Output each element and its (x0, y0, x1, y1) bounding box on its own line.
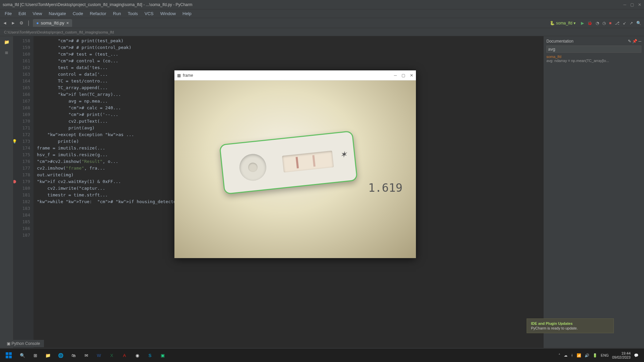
taskbar-excel[interactable]: X (106, 350, 117, 361)
taskbar-pycharm[interactable]: ▣ (157, 350, 168, 361)
tab-label: soma_lfd.py (41, 20, 64, 25)
run-icon[interactable]: ▶ (581, 21, 584, 25)
window-title: soma_lfd [C:\Users\TomMyers\Desktop\proj… (3, 2, 623, 7)
taskbar-acrobat[interactable]: A (119, 350, 130, 361)
taskbar-search[interactable]: 🔍 (17, 350, 28, 361)
menu-window[interactable]: Window (158, 10, 178, 17)
structure-tool-icon[interactable]: ≣ (5, 50, 8, 55)
menu-tools[interactable]: Tools (125, 10, 141, 17)
taskbar-store[interactable]: 🛍 (68, 350, 79, 361)
sample-well (238, 153, 268, 182)
pin-icon[interactable]: 📌 (632, 39, 637, 44)
menu-refactor[interactable]: Refactor (87, 10, 109, 17)
title-bar: soma_lfd [C:\Users\TomMyers\Desktop\proj… (0, 0, 644, 9)
gear-icon[interactable]: ⚙ (19, 20, 23, 25)
notification-center-icon[interactable]: 💬 (634, 353, 639, 358)
stop-icon[interactable]: ■ (609, 21, 611, 25)
cv-minimration-icon[interactable]: ─ (394, 73, 397, 78)
maximize-icon[interactable]: ▢ (630, 2, 634, 7)
language-indicator[interactable]: ENG (601, 353, 609, 357)
menu-navigate[interactable]: Navigate (46, 10, 68, 17)
menu-vcs[interactable]: VCS (142, 10, 156, 17)
left-tool-strip: 📁 ≣ (0, 36, 13, 348)
wifi-icon[interactable]: 📶 (577, 353, 581, 358)
cv-close-icon[interactable]: ✕ (410, 73, 413, 78)
chevron-up-icon[interactable]: ˄ (558, 353, 560, 358)
toolbar-right: 🐍 soma_lfd ▾ ▶ 🐞 ◔ ◷ ■ ⎇ ↙ ↗ 🔍 (550, 21, 641, 25)
window-controls: ─ ▢ ✕ (623, 2, 641, 7)
coverage-icon[interactable]: ◔ (596, 21, 599, 25)
line-gutter: 1581591601611621631641651661671681691701… (13, 36, 34, 348)
menu-bar: File Edit View Navigate Code Refactor Ru… (0, 9, 644, 18)
windows-icon (6, 352, 12, 358)
hide-icon[interactable]: ─ (638, 39, 641, 44)
divider-icon: │ (28, 20, 30, 25)
bluetooth-icon[interactable]: ᚼ (571, 353, 573, 357)
chevron-down-icon: ▾ (574, 21, 576, 25)
opencv-frame-window[interactable]: ▦ frame ─ ▢ ✕ ✶ 1.619 (174, 70, 416, 258)
menu-help[interactable]: Help (180, 10, 194, 17)
taskbar-clock[interactable]: 19:44 09/02/2023 (612, 351, 631, 359)
git-pull-icon[interactable]: ↙ (623, 21, 626, 25)
lfd-cassette: ✶ (219, 131, 358, 195)
tc-ratio-reading: 1.619 (368, 181, 402, 194)
toolbar: ◄ ► ⚙ │ ● soma_lfd.py × 🐍 soma_lfd ▾ ▶ 🐞… (0, 18, 644, 28)
cassette-logo: ✶ (339, 149, 348, 160)
cv-maximize-icon[interactable]: ▢ (401, 73, 405, 78)
git-push-icon[interactable]: ↗ (630, 21, 633, 25)
menu-edit[interactable]: Edit (16, 10, 29, 17)
taskbar-chrome[interactable]: ◉ (131, 350, 143, 361)
git-icon[interactable]: ⎇ (615, 21, 620, 25)
cv-title-bar[interactable]: ▦ frame ─ ▢ ✕ (174, 70, 416, 80)
edit-icon[interactable]: ✎ (628, 39, 631, 44)
menu-view[interactable]: View (30, 10, 45, 17)
menu-code[interactable]: Code (70, 10, 86, 17)
debug-icon[interactable]: 🐞 (587, 21, 592, 25)
close-icon[interactable]: ✕ (638, 2, 641, 7)
doc-panel-title: Documentation (546, 39, 574, 44)
nav-forward-icon[interactable]: ► (11, 20, 15, 25)
profile-icon[interactable]: ◷ (602, 21, 606, 25)
result-window (282, 150, 334, 172)
onedrive-icon[interactable]: ☁ (564, 353, 568, 358)
project-tool-icon[interactable]: 📁 (4, 40, 9, 45)
breadcrumb: C:\Users\TomMyers\Desktop\project_custom… (0, 28, 644, 36)
taskbar-mail[interactable]: ✉ (80, 350, 92, 361)
nav-back-icon[interactable]: ◄ (3, 20, 7, 25)
menu-run[interactable]: Run (110, 10, 124, 17)
update-notification[interactable]: IDE and Plugin Updates PyCharm is ready … (527, 318, 614, 333)
start-button[interactable] (2, 349, 15, 362)
doc-content: avg: ndarray = np.mean(TC_array[lo... (546, 59, 641, 63)
system-tray[interactable]: ˄ ☁ ᚼ 📶 🔊 🔋 ENG 19:44 09/02/2023 💬 (558, 351, 642, 359)
windows-taskbar[interactable]: 🔍 ⊞ 📁 🌐 🛍 ✉ W X A ◉ S ▣ ˄ ☁ ᚼ 📶 🔊 🔋 ENG … (0, 349, 644, 362)
search-icon[interactable]: 🔍 (636, 21, 641, 25)
test-line (312, 155, 316, 167)
terminal-icon: ▣ (7, 341, 10, 346)
taskbar-skype[interactable]: S (144, 350, 156, 361)
tab-close-icon[interactable]: × (66, 20, 69, 25)
volume-icon[interactable]: 🔊 (585, 353, 589, 358)
control-line (296, 157, 299, 168)
battery-icon[interactable]: 🔋 (593, 353, 597, 358)
toolbar-left-icons: ◄ ► ⚙ │ (3, 20, 30, 25)
app-icon: ▦ (177, 73, 181, 78)
svg-rect-0 (6, 352, 8, 355)
taskbar-explorer[interactable]: 📁 (42, 350, 54, 361)
taskbar-taskview[interactable]: ⊞ (30, 350, 41, 361)
minimize-icon[interactable]: ─ (623, 2, 626, 7)
doc-search-input[interactable] (546, 46, 641, 53)
taskbar-edge[interactable]: 🌐 (55, 350, 66, 361)
run-config-selector[interactable]: 🐍 soma_lfd ▾ (550, 21, 575, 25)
notification-title: IDE and Plugin Updates (531, 321, 609, 325)
python-console-tab[interactable]: ▣ Python Console (3, 340, 44, 347)
documentation-panel: Documentation ✎ 📌 ─ soma_lfd avg: ndarra… (543, 36, 644, 348)
cv-frame-content: ✶ 1.619 (174, 80, 416, 258)
taskbar-word[interactable]: W (93, 350, 105, 361)
editor-tab[interactable]: ● soma_lfd.py × (33, 19, 72, 27)
cv-window-title: frame (183, 73, 394, 78)
menu-file[interactable]: File (2, 10, 14, 17)
svg-rect-1 (9, 352, 12, 355)
svg-rect-3 (9, 356, 12, 358)
python-icon: 🐍 (550, 21, 555, 25)
svg-rect-2 (6, 356, 8, 358)
